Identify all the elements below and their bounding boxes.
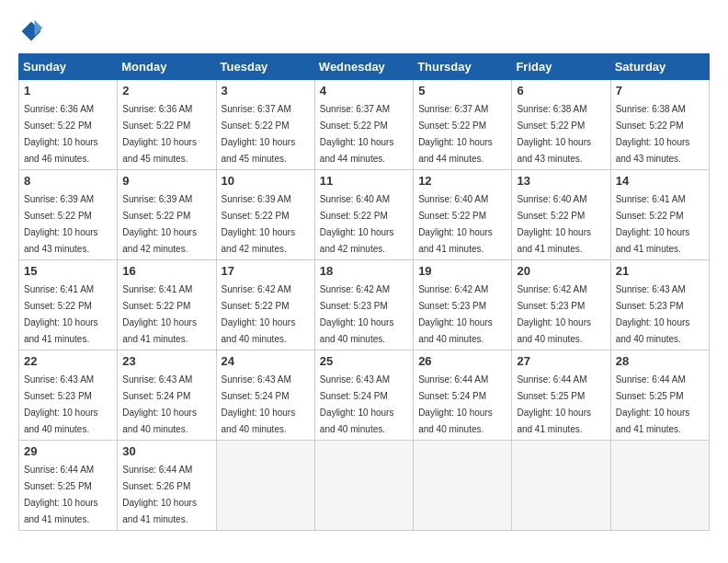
day-cell-14: 14 Sunrise: 6:41 AMSunset: 5:22 PMDaylig… <box>610 170 709 260</box>
day-cell-22: 22 Sunrise: 6:43 AMSunset: 5:23 PMDaylig… <box>19 350 118 441</box>
day-info: Sunrise: 6:40 AMSunset: 5:22 PMDaylight:… <box>320 194 394 254</box>
day-info: Sunrise: 6:37 AMSunset: 5:22 PMDaylight:… <box>222 104 296 164</box>
page-header <box>18 18 710 44</box>
day-info: Sunrise: 6:44 AMSunset: 5:25 PMDaylight:… <box>616 374 690 434</box>
day-cell-13: 13 Sunrise: 6:40 AMSunset: 5:22 PMDaylig… <box>512 170 610 260</box>
empty-cell <box>512 441 610 531</box>
day-cell-27: 27 Sunrise: 6:44 AMSunset: 5:25 PMDaylig… <box>512 350 610 441</box>
day-cell-10: 10 Sunrise: 6:39 AMSunset: 5:22 PMDaylig… <box>216 170 314 260</box>
day-info: Sunrise: 6:41 AMSunset: 5:22 PMDaylight:… <box>616 194 690 254</box>
day-number: 27 <box>517 354 605 368</box>
day-number: 20 <box>517 264 605 278</box>
day-cell-18: 18 Sunrise: 6:42 AMSunset: 5:23 PMDaylig… <box>314 260 413 350</box>
day-number: 10 <box>222 174 310 188</box>
day-number: 18 <box>320 264 408 278</box>
day-number: 2 <box>122 84 210 98</box>
header-cell-tuesday: Tuesday <box>216 54 314 80</box>
header-cell-monday: Monday <box>118 54 216 80</box>
header-row: SundayMondayTuesdayWednesdayThursdayFrid… <box>19 54 710 80</box>
day-number: 4 <box>320 84 408 98</box>
day-info: Sunrise: 6:37 AMSunset: 5:22 PMDaylight:… <box>418 104 493 164</box>
day-number: 23 <box>122 354 210 368</box>
day-cell-1: 1 Sunrise: 6:36 AMSunset: 5:22 PMDayligh… <box>19 80 118 170</box>
day-cell-3: 3 Sunrise: 6:37 AMSunset: 5:22 PMDayligh… <box>216 80 314 170</box>
day-cell-4: 4 Sunrise: 6:37 AMSunset: 5:22 PMDayligh… <box>314 80 413 170</box>
day-cell-2: 2 Sunrise: 6:36 AMSunset: 5:22 PMDayligh… <box>118 80 216 170</box>
day-info: Sunrise: 6:44 AMSunset: 5:26 PMDaylight:… <box>122 465 197 524</box>
day-number: 1 <box>24 84 112 98</box>
day-number: 6 <box>517 84 605 98</box>
header-cell-friday: Friday <box>512 54 610 80</box>
day-info: Sunrise: 6:38 AMSunset: 5:22 PMDaylight:… <box>616 104 690 164</box>
header-cell-wednesday: Wednesday <box>314 54 413 80</box>
day-number: 30 <box>122 444 210 458</box>
day-cell-20: 20 Sunrise: 6:42 AMSunset: 5:23 PMDaylig… <box>512 260 610 350</box>
week-row-5: 29 Sunrise: 6:44 AMSunset: 5:25 PMDaylig… <box>19 441 710 531</box>
day-number: 22 <box>24 354 112 368</box>
day-number: 28 <box>616 354 704 368</box>
day-info: Sunrise: 6:42 AMSunset: 5:23 PMDaylight:… <box>517 284 591 344</box>
day-cell-29: 29 Sunrise: 6:44 AMSunset: 5:25 PMDaylig… <box>19 441 118 531</box>
day-cell-9: 9 Sunrise: 6:39 AMSunset: 5:22 PMDayligh… <box>118 170 216 260</box>
day-info: Sunrise: 6:42 AMSunset: 5:23 PMDaylight:… <box>320 284 394 344</box>
day-number: 11 <box>320 174 408 188</box>
week-row-1: 1 Sunrise: 6:36 AMSunset: 5:22 PMDayligh… <box>19 80 710 170</box>
day-info: Sunrise: 6:41 AMSunset: 5:22 PMDaylight:… <box>122 284 197 344</box>
day-number: 17 <box>222 264 310 278</box>
day-number: 15 <box>24 264 112 278</box>
day-info: Sunrise: 6:42 AMSunset: 5:22 PMDaylight:… <box>222 284 296 344</box>
day-cell-8: 8 Sunrise: 6:39 AMSunset: 5:22 PMDayligh… <box>19 170 118 260</box>
empty-cell <box>314 441 413 531</box>
day-info: Sunrise: 6:43 AMSunset: 5:23 PMDaylight:… <box>24 374 98 434</box>
day-number: 7 <box>616 84 704 98</box>
week-row-2: 8 Sunrise: 6:39 AMSunset: 5:22 PMDayligh… <box>19 170 710 260</box>
day-cell-24: 24 Sunrise: 6:43 AMSunset: 5:24 PMDaylig… <box>216 350 314 441</box>
week-row-3: 15 Sunrise: 6:41 AMSunset: 5:22 PMDaylig… <box>19 260 710 350</box>
day-info: Sunrise: 6:36 AMSunset: 5:22 PMDaylight:… <box>122 104 197 164</box>
week-row-4: 22 Sunrise: 6:43 AMSunset: 5:23 PMDaylig… <box>19 350 710 441</box>
day-cell-11: 11 Sunrise: 6:40 AMSunset: 5:22 PMDaylig… <box>314 170 413 260</box>
day-number: 14 <box>616 174 704 188</box>
day-number: 25 <box>320 354 408 368</box>
day-number: 3 <box>222 84 310 98</box>
day-info: Sunrise: 6:41 AMSunset: 5:22 PMDaylight:… <box>24 284 98 344</box>
day-number: 24 <box>222 354 310 368</box>
day-number: 21 <box>616 264 704 278</box>
day-info: Sunrise: 6:42 AMSunset: 5:23 PMDaylight:… <box>418 284 493 344</box>
day-info: Sunrise: 6:39 AMSunset: 5:22 PMDaylight:… <box>122 194 197 254</box>
day-cell-17: 17 Sunrise: 6:42 AMSunset: 5:22 PMDaylig… <box>216 260 314 350</box>
day-cell-25: 25 Sunrise: 6:43 AMSunset: 5:24 PMDaylig… <box>314 350 413 441</box>
day-number: 9 <box>122 174 210 188</box>
logo <box>18 18 48 44</box>
header-cell-thursday: Thursday <box>414 54 512 80</box>
day-cell-12: 12 Sunrise: 6:40 AMSunset: 5:22 PMDaylig… <box>414 170 512 260</box>
day-cell-15: 15 Sunrise: 6:41 AMSunset: 5:22 PMDaylig… <box>19 260 118 350</box>
day-cell-19: 19 Sunrise: 6:42 AMSunset: 5:23 PMDaylig… <box>414 260 512 350</box>
day-number: 5 <box>418 84 506 98</box>
calendar-table: SundayMondayTuesdayWednesdayThursdayFrid… <box>18 53 710 531</box>
day-cell-5: 5 Sunrise: 6:37 AMSunset: 5:22 PMDayligh… <box>414 80 512 170</box>
day-cell-26: 26 Sunrise: 6:44 AMSunset: 5:24 PMDaylig… <box>414 350 512 441</box>
day-cell-6: 6 Sunrise: 6:38 AMSunset: 5:22 PMDayligh… <box>512 80 610 170</box>
day-number: 16 <box>122 264 210 278</box>
day-cell-28: 28 Sunrise: 6:44 AMSunset: 5:25 PMDaylig… <box>610 350 709 441</box>
day-number: 29 <box>24 444 112 458</box>
day-cell-21: 21 Sunrise: 6:43 AMSunset: 5:23 PMDaylig… <box>610 260 709 350</box>
day-info: Sunrise: 6:37 AMSunset: 5:22 PMDaylight:… <box>320 104 394 164</box>
day-info: Sunrise: 6:43 AMSunset: 5:24 PMDaylight:… <box>222 374 296 434</box>
day-info: Sunrise: 6:44 AMSunset: 5:24 PMDaylight:… <box>418 374 493 434</box>
day-cell-16: 16 Sunrise: 6:41 AMSunset: 5:22 PMDaylig… <box>118 260 216 350</box>
day-info: Sunrise: 6:38 AMSunset: 5:22 PMDaylight:… <box>517 104 591 164</box>
header-cell-sunday: Sunday <box>19 54 118 80</box>
day-cell-30: 30 Sunrise: 6:44 AMSunset: 5:26 PMDaylig… <box>118 441 216 531</box>
day-number: 13 <box>517 174 605 188</box>
day-number: 8 <box>24 174 112 188</box>
empty-cell <box>216 441 314 531</box>
day-info: Sunrise: 6:40 AMSunset: 5:22 PMDaylight:… <box>517 194 591 254</box>
day-info: Sunrise: 6:44 AMSunset: 5:25 PMDaylight:… <box>517 374 591 434</box>
header-cell-saturday: Saturday <box>610 54 709 80</box>
day-number: 26 <box>418 354 506 368</box>
logo-icon <box>18 18 44 44</box>
empty-cell <box>610 441 709 531</box>
day-cell-7: 7 Sunrise: 6:38 AMSunset: 5:22 PMDayligh… <box>610 80 709 170</box>
